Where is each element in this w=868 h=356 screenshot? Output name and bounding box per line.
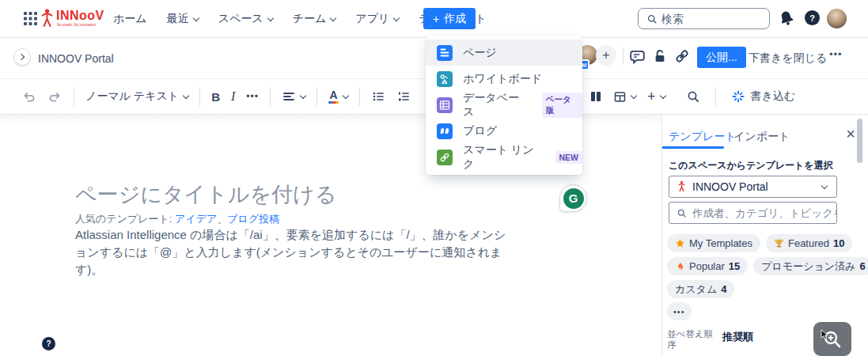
notifications-bell-icon[interactable]	[779, 10, 794, 29]
table-button[interactable]	[608, 90, 642, 104]
bullet-list-icon[interactable]	[366, 89, 391, 104]
search-input[interactable]	[661, 13, 769, 25]
divider	[270, 87, 271, 106]
more-actions-button[interactable]: •••	[829, 48, 843, 60]
search-icon	[677, 208, 687, 218]
templates-panel: テンプレート インポート × このスペースからテンプレートを選択 INNOOV …	[661, 115, 868, 356]
tab-templates[interactable]: テンプレート	[669, 130, 737, 144]
nav-teams[interactable]: チーム	[293, 12, 336, 26]
publish-button[interactable]: 公開...	[697, 47, 746, 68]
mouse-cursor-icon	[821, 329, 829, 340]
template-link-blog[interactable]: ブログ投稿	[227, 213, 279, 225]
insert-button[interactable]: +	[642, 89, 671, 105]
chevron-down-icon	[631, 92, 637, 98]
help-icon[interactable]: ?	[805, 10, 820, 25]
comments-icon[interactable]	[629, 48, 646, 68]
space-logo-icon	[677, 180, 686, 193]
filter-chip-featured[interactable]: Featured10	[766, 234, 853, 252]
chevron-down-icon	[393, 14, 400, 21]
chevron-right-icon	[18, 54, 25, 60]
menu-item-database[interactable]: データベース ベータ版	[426, 92, 582, 118]
chevron-down-icon	[183, 92, 189, 98]
trophy-icon	[774, 238, 784, 248]
active-tab-indicator	[662, 146, 724, 149]
sort-select[interactable]: 推奨順	[722, 330, 753, 344]
template-search[interactable]	[669, 202, 837, 224]
nav-spaces[interactable]: スペース	[218, 12, 273, 26]
brand-tagline: No snack, No Innovation	[57, 23, 96, 27]
chevron-down-icon	[300, 92, 306, 98]
template-link-idea[interactable]: アイデア	[175, 213, 217, 225]
layouts-icon[interactable]	[584, 90, 608, 103]
text-color-letter: A	[329, 90, 337, 100]
alignment-button[interactable]	[276, 89, 311, 104]
star-icon	[675, 238, 685, 248]
menu-item-whiteboard[interactable]: ホワイトボード	[426, 66, 582, 92]
expand-sidebar-button[interactable]	[13, 48, 31, 66]
nav-home[interactable]: ホーム	[113, 12, 147, 26]
ai-write-button[interactable]: 書き込む	[726, 89, 802, 104]
menu-item-smart-link[interactable]: スマート リンク NEW	[426, 144, 582, 170]
find-replace-icon[interactable]	[680, 89, 706, 104]
editor-help-icon[interactable]: ?	[42, 337, 55, 350]
text-color-button[interactable]: A	[323, 90, 354, 104]
template-search-input[interactable]	[692, 207, 836, 219]
add-collaborator-button[interactable]: +	[596, 45, 616, 66]
user-avatar[interactable]	[827, 9, 847, 28]
nav-recent[interactable]: 最近	[167, 12, 199, 26]
chevron-down-icon	[821, 182, 828, 188]
fire-icon	[675, 261, 685, 271]
plus-icon: +	[433, 13, 439, 25]
screen-zoom-button[interactable]	[813, 322, 851, 356]
whiteboard-icon	[437, 71, 453, 87]
text-style-select[interactable]: ノーマル テキスト	[80, 89, 194, 104]
close-icon[interactable]: ×	[846, 126, 855, 142]
database-icon	[437, 97, 453, 113]
beta-badge: ベータ版	[542, 93, 582, 118]
menu-item-page[interactable]: ページ	[426, 40, 582, 66]
create-menu-dropdown: ページ ホワイトボード データベース ベータ版 ブログ	[426, 35, 582, 175]
filter-chip-custom[interactable]: カスタム4	[667, 280, 734, 298]
numbered-list-icon[interactable]	[391, 89, 416, 104]
redo-icon[interactable]	[42, 89, 68, 104]
page-icon	[437, 45, 453, 61]
breadcrumb[interactable]: INNOOV Portal	[38, 52, 114, 65]
global-search[interactable]	[638, 8, 770, 29]
more-filters-chip[interactable]: •••	[667, 302, 692, 320]
create-button[interactable]: + 作成	[423, 8, 476, 29]
link-icon[interactable]	[674, 48, 690, 67]
page-title-placeholder[interactable]: ページにタイトルを付ける	[75, 180, 336, 209]
divider	[359, 87, 360, 106]
brand-logo-icon[interactable]	[40, 8, 54, 32]
tab-import[interactable]: インポート	[733, 130, 790, 144]
unlock-icon[interactable]	[652, 48, 668, 67]
app-switcher-icon[interactable]	[24, 12, 37, 25]
divider	[199, 87, 200, 106]
top-nav-bar: INNooV No snack, No Innovation ホーム 最近 スペ…	[0, 0, 868, 38]
space-select[interactable]: INNOOV Portal	[669, 176, 837, 198]
editor-hint-text: Atlassian Intelligence の場合は「/ai」、要素を追加する…	[75, 226, 510, 278]
divider	[623, 47, 624, 65]
nav-apps[interactable]: アプリ	[355, 12, 399, 26]
search-icon	[646, 13, 658, 25]
divider	[715, 87, 716, 106]
menu-item-blog[interactable]: ブログ	[426, 118, 582, 144]
ai-sparkle-icon	[731, 89, 745, 104]
brand-name[interactable]: INNooV	[56, 9, 104, 23]
filter-chip-my-templates[interactable]: My Templates	[667, 234, 760, 252]
more-formatting-button[interactable]: •••	[241, 91, 264, 102]
new-badge: NEW	[555, 151, 583, 164]
close-draft-button[interactable]: 下書きを閉じる	[749, 51, 827, 66]
chevron-down-icon	[192, 14, 199, 21]
undo-icon[interactable]	[16, 89, 42, 104]
filter-chip-popular[interactable]: Popular15	[667, 257, 748, 275]
bold-button[interactable]: B	[206, 90, 226, 104]
panel-scrollbar-thumb[interactable]	[857, 119, 862, 163]
chevron-down-icon	[330, 14, 336, 21]
smart-link-icon	[437, 150, 453, 165]
grammarly-button[interactable]: G	[559, 184, 587, 212]
blog-icon	[437, 123, 453, 139]
filter-chip-promoted[interactable]: プロモーション済み6	[753, 257, 868, 275]
divider	[316, 87, 317, 106]
italic-button[interactable]: I	[226, 89, 241, 104]
